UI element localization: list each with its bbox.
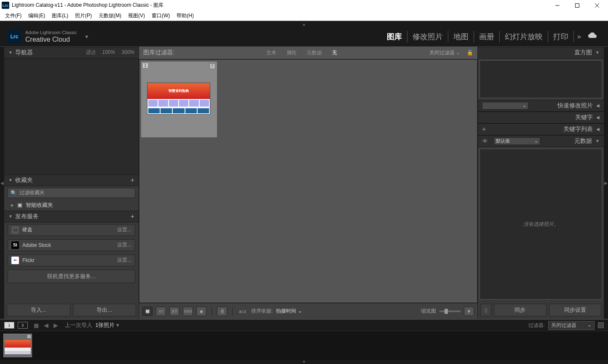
filter-preset-select[interactable]: 关闭过滤器 ⌄: [429, 49, 460, 56]
keywordlist-header[interactable]: + 关键字列表◀: [478, 123, 604, 135]
painter-tool-icon[interactable]: 🛢: [217, 307, 227, 316]
sync-toggle-icon[interactable]: ▯: [480, 304, 491, 316]
export-button[interactable]: 导出...: [73, 304, 137, 316]
right-panel-toggle[interactable]: ▶: [604, 47, 608, 319]
publish-flickr-config[interactable]: 设置...: [117, 257, 131, 264]
identity-dropdown-icon[interactable]: ▼: [84, 34, 89, 39]
close-button[interactable]: [587, 0, 606, 11]
filmstrip-filter-select[interactable]: 关闭过滤器⌄: [548, 321, 595, 330]
find-more-services[interactable]: 联机查找更多服务...: [8, 270, 135, 283]
module-book[interactable]: 画册: [474, 31, 500, 43]
top-panel-toggle[interactable]: ▲: [0, 21, 608, 27]
survey-view-icon[interactable]: ▭▭: [183, 307, 193, 316]
maximize-button[interactable]: [568, 0, 587, 11]
metadata-visibility-icon[interactable]: 👁: [482, 138, 488, 145]
quickdevelop-header[interactable]: ⌄ 快速修改照片◀: [478, 100, 604, 112]
toolbar: ▦ ▭ XY ▭▭ ☻ 🛢 a↕z 排序依据: 拍摄时间 ⌄ 缩览图 ▼: [139, 303, 477, 319]
add-publish-icon[interactable]: +: [131, 213, 134, 220]
collections-header[interactable]: ▼收藏夹 +: [4, 174, 139, 186]
filmstrip-thumbnail[interactable]: !: [3, 334, 32, 357]
left-panel: ▼导航器 适合 100% 300% ▼收藏夹 + 🔍 过滤收藏夹 ▶ ▣ 智能收…: [4, 47, 139, 319]
quickdev-preset-select[interactable]: ⌄: [482, 102, 528, 110]
filmstrip-source[interactable]: 上一次导入 1张照片 ▾: [65, 321, 119, 329]
menu-photo[interactable]: 照片(P): [72, 11, 95, 20]
navigator-header[interactable]: ▼导航器 适合 100% 300%: [4, 47, 139, 59]
zoom-fit[interactable]: 适合: [86, 49, 96, 55]
filter-tab-none[interactable]: 无: [330, 48, 339, 57]
smart-collections-row[interactable]: ▶ ▣ 智能收藏夹: [4, 200, 139, 211]
publish-stock-config[interactable]: 设置...: [117, 241, 131, 249]
menu-view[interactable]: 视图(V): [125, 11, 148, 20]
people-view-icon[interactable]: ☻: [196, 307, 206, 316]
nav-back-icon[interactable]: ◀: [44, 322, 48, 329]
grid-view[interactable]: 1 ! 智慧省利热购: [139, 60, 477, 302]
loupe-view-icon[interactable]: ▭: [156, 307, 166, 316]
sort-value-select[interactable]: 拍摄时间 ⌄: [276, 308, 302, 315]
harddrive-icon: ▭: [11, 226, 19, 234]
add-keyword-icon[interactable]: +: [482, 126, 486, 133]
menu-help[interactable]: 帮助(H): [173, 11, 197, 20]
add-collection-icon[interactable]: +: [131, 177, 134, 184]
folder-icon: ▣: [17, 202, 22, 208]
thumbnail-image: 智慧省利热购: [147, 83, 210, 115]
compare-view-icon[interactable]: XY: [169, 307, 179, 316]
thumbnail-size-slider[interactable]: [439, 310, 461, 312]
cloud-sync-icon[interactable]: [584, 32, 600, 41]
metadata-preset-select[interactable]: 默认值⌄: [494, 137, 540, 145]
publish-hdd-config[interactable]: 设置...: [117, 226, 131, 233]
module-print[interactable]: 打印: [548, 31, 574, 43]
publish-header[interactable]: ▼发布服务 +: [4, 211, 139, 222]
grid-thumbnail[interactable]: 1 ! 智慧省利热购: [141, 62, 217, 137]
module-map[interactable]: 地图: [448, 31, 474, 43]
module-library[interactable]: 图库: [382, 31, 407, 43]
thumbnail-warning-icon[interactable]: !: [209, 63, 215, 69]
search-icon: 🔍: [11, 190, 17, 196]
sync-settings-button[interactable]: 同步设置: [549, 304, 602, 316]
primary-display-icon[interactable]: 1: [4, 322, 14, 329]
brand-line2: Creative Cloud: [25, 35, 77, 43]
module-slideshow[interactable]: 幻灯片放映: [500, 31, 548, 43]
grid-view-icon[interactable]: ▦: [142, 307, 153, 316]
right-panel: 直方图▼ ⌄ 快速修改照片◀ 关键字◀ + 关键字列表◀ 👁 默认值⌄ 元数据▼…: [477, 47, 604, 319]
filter-tab-text[interactable]: 文本: [265, 48, 278, 57]
filter-collections-input[interactable]: 🔍 过滤收藏夹: [8, 188, 135, 198]
minimize-button[interactable]: [548, 0, 567, 11]
publish-adobestock[interactable]: StAdobe Stock 设置...: [8, 239, 135, 251]
adobestock-icon: St: [11, 241, 19, 249]
menu-library[interactable]: 图库(L): [48, 11, 72, 20]
filter-label: 图库过滤器:: [143, 49, 174, 56]
menu-edit[interactable]: 编辑(E): [25, 11, 48, 20]
menu-window[interactable]: 窗口(W): [148, 11, 173, 20]
menu-metadata[interactable]: 元数据(M): [95, 11, 125, 20]
filmstrip-filter-switch[interactable]: [598, 322, 604, 328]
keywording-header[interactable]: 关键字◀: [478, 112, 604, 123]
menu-file[interactable]: 文件(F): [2, 11, 25, 20]
module-overflow-icon[interactable]: »: [574, 33, 584, 40]
publish-harddrive[interactable]: ▭硬盘 设置...: [8, 224, 135, 236]
histogram-header[interactable]: 直方图▼: [478, 47, 604, 59]
module-develop[interactable]: 修改照片: [407, 31, 448, 43]
jump-grid-icon[interactable]: ▦: [34, 322, 39, 329]
secondary-display-icon[interactable]: 2: [18, 322, 28, 329]
svg-rect-1: [575, 3, 579, 7]
filter-tab-attribute[interactable]: 属性: [285, 48, 298, 57]
filmstrip[interactable]: !: [0, 331, 608, 360]
zoom-300[interactable]: 300%: [121, 49, 134, 55]
filter-lock-icon[interactable]: 🔓: [467, 50, 473, 56]
nav-forward-icon[interactable]: ▶: [54, 322, 58, 329]
lightroom-logo: Lrc: [8, 30, 21, 43]
bottom-panel-toggle[interactable]: ▼: [0, 360, 608, 364]
import-button[interactable]: 导入...: [7, 304, 70, 316]
center-panel: 图库过滤器: 文本 属性 元数据 无 关闭过滤器 ⌄ 🔓 1 ! 智慧省利热购 …: [139, 47, 477, 319]
identity-module-bar: Lrc Adobe Lightroom Classic Creative Clo…: [0, 27, 608, 46]
filter-tab-metadata[interactable]: 元数据: [305, 48, 324, 57]
toolbar-menu-icon[interactable]: ▼: [464, 307, 474, 316]
window-title: Lightroom Catalog-v11 - Adobe Photoshop …: [12, 2, 163, 9]
zoom-100[interactable]: 100%: [102, 49, 115, 55]
library-filter-bar: 图库过滤器: 文本 属性 元数据 无 关闭过滤器 ⌄ 🔓: [139, 47, 477, 59]
left-panel-toggle[interactable]: ◀: [0, 47, 4, 319]
metadata-header[interactable]: 👁 默认值⌄ 元数据▼: [478, 135, 604, 147]
publish-flickr[interactable]: ••Flickr 设置...: [8, 254, 135, 266]
sync-button[interactable]: 同步: [494, 304, 546, 316]
sort-direction-icon[interactable]: a↕z: [238, 307, 248, 316]
